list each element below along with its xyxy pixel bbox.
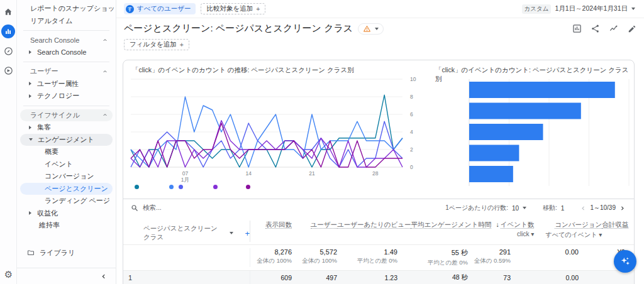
chevron-up-icon[interactable]: [103, 68, 108, 75]
prev-page-icon[interactable]: [580, 205, 586, 211]
sidebar-item-15[interactable]: コンバージョン: [20, 170, 113, 183]
sidebar-item-3[interactable]: Search Console: [20, 34, 113, 46]
insights-fab[interactable]: [614, 250, 636, 273]
sidebar-item-13[interactable]: 概要: [20, 146, 113, 158]
add-dimension-icon[interactable]: +: [245, 229, 250, 238]
sidebar-item-1[interactable]: リアルタイム: [20, 15, 113, 28]
column-header-2[interactable]: ユーザーあたりのビュー: [337, 221, 411, 229]
sidebar-item-11[interactable]: 集客: [20, 121, 113, 134]
column-header-3[interactable]: 平均エンゲージメント時間: [411, 221, 491, 229]
add-comparison-label: 比較対象を追加: [206, 4, 253, 13]
column-subheader[interactable]: click ▾: [491, 231, 534, 238]
bar[interactable]: [469, 145, 519, 161]
customize-report-icon[interactable]: [572, 24, 582, 33]
collapsed-arrow-icon[interactable]: [29, 126, 31, 129]
reports-icon[interactable]: [1, 25, 15, 38]
chevron-up-icon[interactable]: [103, 111, 108, 119]
column-header-label[interactable]: ユーザーあたりのビュー: [337, 221, 411, 229]
sidebar-item-12[interactable]: エンゲージメント: [20, 134, 113, 146]
svg-text:21: 21: [309, 170, 315, 177]
sidebar-item-8[interactable]: テクノロジー: [20, 90, 113, 102]
totals-note: 平均との差 0%: [337, 257, 397, 265]
section-label: Search Console: [30, 36, 79, 44]
edit-icon[interactable]: [628, 25, 636, 33]
explore-icon[interactable]: [1, 44, 15, 58]
sidebar-item-10[interactable]: ライフサイクル: [20, 109, 113, 122]
chevron-up-icon[interactable]: [103, 36, 108, 44]
home-icon[interactable]: [1, 5, 15, 19]
sidebar-item-0[interactable]: レポートのスナップショット: [20, 3, 113, 15]
goto-page-label: 移動:: [543, 204, 557, 212]
legend-dot[interactable]: [179, 185, 183, 189]
search-input[interactable]: 検索...: [131, 204, 445, 212]
bar[interactable]: [469, 103, 581, 119]
column-header-6[interactable]: 合計収益: [602, 221, 628, 229]
totals-cell-2: 1.49平均との差 0%: [337, 248, 397, 267]
column-header-1[interactable]: ユーザー: [292, 221, 337, 229]
totals-value: 1.49: [337, 248, 397, 256]
column-header-0[interactable]: 表示回数: [250, 221, 292, 229]
column-header-label[interactable]: 合計収益: [602, 221, 628, 229]
title-bar: ページとスクリーン: ページパスとスクリーン クラス: [124, 23, 384, 35]
sidebar-item-17[interactable]: ランディング ページ: [20, 195, 113, 207]
expand-arrow-icon[interactable]: [29, 138, 33, 141]
insights-icon[interactable]: [609, 24, 619, 33]
column-header-5[interactable]: コンバージョンすべてのイベント ▾: [534, 221, 602, 239]
column-subheader[interactable]: すべてのイベント ▾: [534, 231, 602, 239]
collapsed-arrow-icon[interactable]: [29, 50, 31, 54]
nav-item-label: 集客: [37, 123, 51, 132]
date-range-picker[interactable]: カスタム 1月1日～2024年1月31日: [522, 4, 635, 14]
sidebar-item-14[interactable]: イベント: [20, 158, 113, 171]
column-header-4[interactable]: ↓イベント数click ▾: [491, 221, 534, 238]
row-cell-3: 48 秒: [397, 273, 468, 282]
column-header-label[interactable]: コンバージョン: [555, 221, 602, 229]
totals-cell-0: 8,276全体の 100%: [250, 248, 292, 267]
bar-chart[interactable]: 020406080: [433, 74, 631, 188]
sidebar-item-16[interactable]: ページとスクリーン: [20, 183, 113, 195]
dimension-header[interactable]: ページパスとスクリーン クラス +: [143, 221, 250, 242]
report-actions: [572, 24, 636, 33]
column-header-label[interactable]: 表示回数: [265, 221, 292, 229]
add-comparison-chip[interactable]: 比較対象を追加 +: [201, 3, 265, 14]
legend-dot[interactable]: [135, 185, 139, 189]
table-row[interactable]: 16094971.2348 秒730.00: [123, 270, 634, 284]
line-chart[interactable]: 0246810071月142128: [128, 75, 425, 183]
rows-per-page-select[interactable]: 10: [512, 205, 526, 212]
bar[interactable]: [469, 82, 615, 98]
add-filter-chip[interactable]: フィルタを追加 +: [124, 39, 189, 50]
legend-dot[interactable]: [246, 185, 250, 189]
legend-dot[interactable]: [169, 185, 174, 189]
svg-text:14: 14: [245, 170, 252, 177]
next-page-icon[interactable]: [619, 205, 625, 211]
sidebar-item-7[interactable]: ユーザー属性: [20, 78, 113, 90]
share-icon[interactable]: [591, 24, 600, 33]
column-header-label[interactable]: ユーザー: [311, 221, 338, 229]
collapsed-arrow-icon[interactable]: [29, 211, 31, 215]
sidebar-item-4[interactable]: Search Console: [20, 46, 113, 59]
goto-page-input[interactable]: 1: [561, 205, 565, 212]
nav-item-label: テクノロジー: [37, 91, 79, 101]
advertising-icon[interactable]: [1, 63, 15, 77]
column-header-label[interactable]: イベント数: [501, 221, 534, 229]
row-cell-4: 73: [468, 274, 511, 281]
bar[interactable]: [469, 124, 543, 140]
settings-gear-icon[interactable]: ⚙: [0, 269, 17, 280]
totals-value: 0.00: [511, 248, 579, 256]
page-range-label: 1～10/39: [590, 204, 616, 212]
totals-cell-5: 0.00: [511, 248, 579, 267]
legend-dot[interactable]: [213, 185, 218, 189]
sidebar-item-19[interactable]: 維持率: [20, 219, 113, 232]
row-index: 1: [128, 274, 143, 281]
sidebar-item-library[interactable]: ライブラリ: [17, 246, 116, 259]
sidebar-item-18[interactable]: 収益化: [20, 207, 113, 220]
collapsed-arrow-icon[interactable]: [29, 94, 31, 98]
sidebar-item-6[interactable]: ユーザー: [20, 65, 113, 78]
totals-cell-4: 291全体の 0.59%: [468, 248, 511, 267]
all-users-chip[interactable]: す すべてのユーザー: [124, 3, 196, 14]
row-cell-0: 609: [250, 274, 292, 281]
data-warning-badge[interactable]: [358, 23, 384, 35]
collapsed-arrow-icon[interactable]: [29, 82, 31, 85]
collapse-sidebar-icon[interactable]: [101, 273, 107, 280]
column-header-label[interactable]: 平均エンゲージメント時間: [411, 221, 491, 229]
bar[interactable]: [469, 166, 513, 182]
